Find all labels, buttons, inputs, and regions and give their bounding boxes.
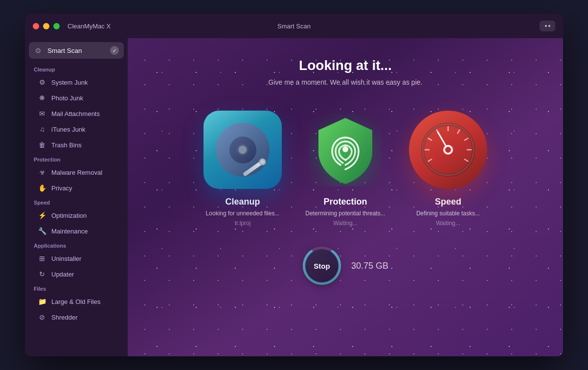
- gear-icon: ⚙: [38, 78, 46, 87]
- mail-attachments-label: Mail Attachments: [51, 110, 100, 117]
- scan-heading: Looking at it...: [299, 58, 392, 73]
- cleanup-section-label: Cleanup: [25, 63, 128, 74]
- mail-icon: ✉: [38, 109, 46, 118]
- protection-card-title: Protection: [323, 197, 367, 207]
- title-bar-actions: [540, 21, 555, 31]
- itunes-junk-label: iTunes Junk: [51, 126, 86, 133]
- more-options-button[interactable]: [540, 21, 555, 31]
- shield-svg: [309, 113, 382, 186]
- sidebar-item-updater[interactable]: ↻ Updater: [29, 266, 124, 282]
- maintenance-label: Maintenance: [51, 228, 88, 235]
- svg-line-11: [464, 159, 469, 162]
- right-panel: Looking at it... Give me a moment. We al…: [128, 38, 563, 356]
- title-bar: CleanMyMac X Smart Scan: [25, 14, 563, 38]
- protection-card-status: Waiting...: [333, 220, 358, 227]
- smart-scan-label: Smart Scan: [47, 47, 82, 54]
- maximize-button[interactable]: [53, 23, 60, 29]
- speed-card-desc: Defining suitable tasks...: [416, 210, 480, 217]
- speedometer-svg: [419, 120, 477, 179]
- cards-row: Cleanup Looking for unneeded files... tr…: [142, 111, 548, 227]
- sidebar-item-system-junk[interactable]: ⚙ System Junk: [29, 74, 124, 90]
- svg-point-14: [445, 147, 451, 153]
- shredder-label: Shredder: [51, 314, 77, 321]
- stop-button[interactable]: Stop: [305, 249, 339, 282]
- storage-value: 30.75 GB: [351, 261, 388, 271]
- title-bar-title: Smart Scan: [277, 23, 311, 30]
- large-old-files-label: Large & Old Files: [51, 298, 100, 305]
- cleanup-card: Cleanup Looking for unneeded files... tr…: [191, 111, 294, 227]
- speed-card-status: Waiting...: [436, 220, 460, 227]
- sidebar-item-privacy[interactable]: ✋ Privacy: [29, 180, 124, 196]
- sidebar-item-malware-removal[interactable]: ☣ Malware Removal: [29, 164, 124, 180]
- system-junk-label: System Junk: [51, 79, 88, 86]
- disk-inner: [229, 137, 256, 163]
- dot2: [548, 25, 550, 27]
- scan-icon: ⊙: [34, 46, 43, 55]
- smart-scan-badge: ✓: [110, 46, 119, 55]
- malware-icon: ☣: [38, 168, 46, 177]
- svg-line-9: [464, 138, 469, 140]
- sidebar-item-smart-scan[interactable]: ⊙ Smart Scan ✓: [29, 42, 124, 59]
- applications-section-label: Applications: [25, 239, 128, 251]
- shredder-icon: ⊘: [38, 313, 46, 322]
- sidebar-item-uninstaller[interactable]: ⊞ Uninstaller: [29, 251, 124, 266]
- protection-section-label: Protection: [25, 153, 128, 164]
- optimization-label: Optimization: [51, 212, 87, 219]
- photo-junk-label: Photo Junk: [51, 94, 83, 102]
- maintenance-icon: 🔧: [38, 227, 46, 235]
- stop-area: Stop 30.75 GB: [302, 246, 388, 285]
- protection-card-desc: Determining potential threats...: [305, 210, 385, 217]
- traffic-lights: [33, 23, 60, 29]
- privacy-icon: ✋: [38, 184, 46, 192]
- scan-subtitle: Give me a moment. We all wish it was eas…: [269, 78, 423, 86]
- sidebar-item-mail-attachments[interactable]: ✉ Mail Attachments: [29, 106, 124, 121]
- speed-section-label: Speed: [25, 196, 128, 208]
- close-button[interactable]: [33, 23, 39, 29]
- malware-removal-label: Malware Removal: [51, 169, 102, 176]
- privacy-label: Privacy: [51, 185, 72, 192]
- protection-card: Protection Determining potential threats…: [294, 111, 397, 227]
- trash-icon: 🗑: [38, 140, 46, 149]
- disk-body: [216, 123, 270, 177]
- dot1: [545, 25, 547, 27]
- sidebar-item-optimization[interactable]: ⚡ Optimization: [29, 208, 124, 223]
- optimization-icon: ⚡: [38, 211, 46, 220]
- cleanup-card-title: Cleanup: [225, 197, 260, 207]
- app-window: CleanMyMac X Smart Scan ⊙ Smart Scan ✓ C…: [25, 14, 563, 356]
- app-name: CleanMyMac X: [68, 23, 111, 30]
- sidebar: ⊙ Smart Scan ✓ Cleanup ⚙ System Junk ❋ P…: [25, 38, 128, 356]
- cleanup-card-desc: Looking for unneeded files...: [206, 210, 280, 217]
- speed-icon: [409, 111, 487, 189]
- protection-icon: [306, 111, 384, 189]
- uninstaller-label: Uninstaller: [51, 255, 81, 262]
- trash-bins-label: Trash Bins: [51, 141, 82, 149]
- cleanup-card-status: tr.lproj: [235, 220, 251, 227]
- files-icon: 📁: [38, 297, 46, 306]
- cleanup-icon: [204, 111, 282, 189]
- stop-button-wrap: Stop: [302, 246, 341, 285]
- sidebar-item-itunes-junk[interactable]: ♫ iTunes Junk: [29, 121, 124, 137]
- sidebar-item-trash-bins[interactable]: 🗑 Trash Bins: [29, 137, 124, 153]
- stop-button-label: Stop: [314, 262, 330, 270]
- sidebar-item-shredder[interactable]: ⊘ Shredder: [29, 309, 124, 325]
- minimize-button[interactable]: [43, 23, 49, 29]
- sidebar-item-photo-junk[interactable]: ❋ Photo Junk: [29, 90, 124, 106]
- uninstaller-icon: ⊞: [38, 254, 46, 263]
- svg-line-3: [428, 159, 432, 162]
- sidebar-item-maintenance[interactable]: 🔧 Maintenance: [29, 223, 124, 239]
- disk-center: [239, 146, 247, 154]
- speed-card: Speed Defining suitable tasks... Waiting…: [397, 111, 499, 227]
- speed-card-title: Speed: [435, 197, 461, 207]
- sidebar-item-large-old-files[interactable]: 📁 Large & Old Files: [29, 294, 124, 309]
- updater-icon: ↻: [38, 270, 46, 278]
- main-content: ⊙ Smart Scan ✓ Cleanup ⚙ System Junk ❋ P…: [25, 38, 563, 356]
- files-section-label: Files: [25, 282, 128, 294]
- svg-line-8: [457, 129, 460, 134]
- svg-line-5: [428, 138, 432, 140]
- music-icon: ♫: [38, 125, 46, 134]
- updater-label: Updater: [51, 271, 74, 278]
- photo-icon: ❋: [38, 93, 46, 102]
- svg-point-0: [342, 146, 348, 152]
